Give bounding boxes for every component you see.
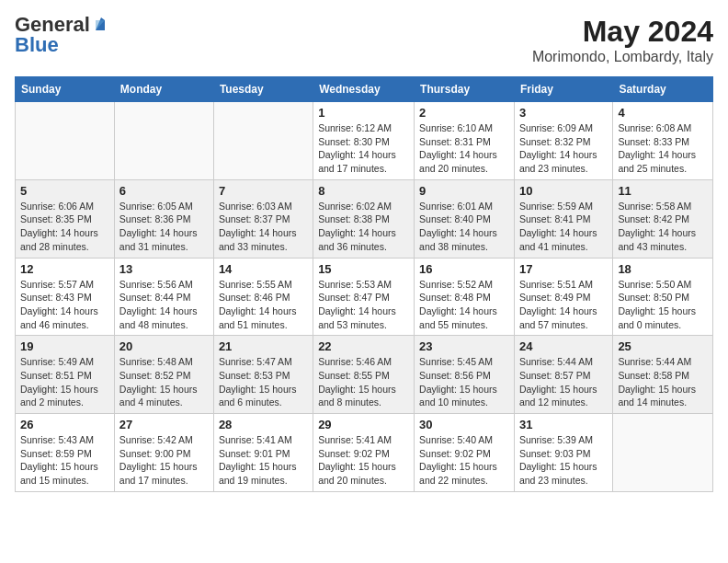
calendar-cell: 11Sunrise: 5:58 AM Sunset: 8:42 PM Dayli… (613, 179, 713, 258)
calendar-cell: 10Sunrise: 5:59 AM Sunset: 8:41 PM Dayli… (514, 179, 612, 258)
calendar-cell: 1Sunrise: 6:12 AM Sunset: 8:30 PM Daylig… (313, 102, 415, 180)
weekday-header-sunday: Sunday (16, 77, 115, 102)
logo-triangle-icon (92, 16, 108, 32)
calendar-cell: 21Sunrise: 5:47 AM Sunset: 8:53 PM Dayli… (213, 336, 313, 414)
calendar-cell: 8Sunrise: 6:02 AM Sunset: 8:38 PM Daylig… (313, 179, 415, 258)
logo: General Blue (15, 15, 108, 55)
calendar-cell: 7Sunrise: 6:03 AM Sunset: 8:37 PM Daylig… (213, 179, 313, 258)
calendar-cell: 12Sunrise: 5:57 AM Sunset: 8:43 PM Dayli… (16, 258, 115, 336)
day-info: Sunrise: 6:05 AM Sunset: 8:36 PM Dayligh… (119, 200, 209, 254)
calendar-cell: 20Sunrise: 5:48 AM Sunset: 8:52 PM Dayli… (114, 336, 213, 414)
day-info: Sunrise: 6:03 AM Sunset: 8:37 PM Dayligh… (219, 200, 308, 254)
day-number: 1 (318, 106, 409, 120)
day-info: Sunrise: 6:10 AM Sunset: 8:31 PM Dayligh… (419, 121, 509, 176)
logo-blue-text: Blue (15, 35, 59, 55)
calendar-cell: 30Sunrise: 5:40 AM Sunset: 9:02 PM Dayli… (415, 414, 515, 492)
day-number: 23 (419, 339, 509, 353)
calendar-cell: 15Sunrise: 5:53 AM Sunset: 8:47 PM Dayli… (313, 258, 415, 336)
day-info: Sunrise: 5:51 AM Sunset: 8:49 PM Dayligh… (519, 278, 608, 332)
day-info: Sunrise: 5:43 AM Sunset: 8:59 PM Dayligh… (20, 433, 109, 488)
calendar-cell: 28Sunrise: 5:41 AM Sunset: 9:01 PM Dayli… (213, 414, 313, 492)
day-info: Sunrise: 5:46 AM Sunset: 8:55 PM Dayligh… (318, 355, 409, 409)
calendar-row-3: 19Sunrise: 5:49 AM Sunset: 8:51 PM Dayli… (16, 336, 713, 414)
day-number: 5 (20, 184, 109, 198)
day-info: Sunrise: 5:53 AM Sunset: 8:47 PM Dayligh… (318, 278, 409, 332)
day-number: 17 (519, 262, 608, 276)
day-number: 27 (119, 418, 209, 431)
day-number: 21 (219, 339, 308, 353)
calendar-cell (613, 414, 713, 492)
calendar-cell: 4Sunrise: 6:08 AM Sunset: 8:33 PM Daylig… (613, 102, 713, 180)
day-number: 25 (618, 339, 708, 353)
day-number: 16 (419, 262, 509, 276)
calendar-cell: 14Sunrise: 5:55 AM Sunset: 8:46 PM Dayli… (213, 258, 313, 336)
day-number: 11 (618, 184, 708, 198)
day-number: 14 (219, 262, 308, 276)
day-number: 29 (318, 418, 409, 431)
calendar-cell: 26Sunrise: 5:43 AM Sunset: 8:59 PM Dayli… (16, 414, 115, 492)
day-number: 9 (419, 184, 509, 198)
day-info: Sunrise: 5:48 AM Sunset: 8:52 PM Dayligh… (119, 355, 209, 409)
day-info: Sunrise: 5:42 AM Sunset: 9:00 PM Dayligh… (119, 433, 209, 488)
calendar-cell: 25Sunrise: 5:44 AM Sunset: 8:58 PM Dayli… (613, 336, 713, 414)
logo-general-text: General (15, 15, 90, 35)
day-number: 13 (119, 262, 209, 276)
page-header: General Blue May 2024 Morimondo, Lombard… (15, 15, 713, 65)
day-number: 26 (20, 418, 109, 431)
day-info: Sunrise: 5:58 AM Sunset: 8:42 PM Dayligh… (618, 200, 708, 254)
weekday-header-friday: Friday (514, 77, 612, 102)
day-info: Sunrise: 5:57 AM Sunset: 8:43 PM Dayligh… (20, 278, 109, 332)
day-info: Sunrise: 5:44 AM Sunset: 8:58 PM Dayligh… (618, 355, 708, 409)
calendar-cell: 18Sunrise: 5:50 AM Sunset: 8:50 PM Dayli… (613, 258, 713, 336)
calendar-cell: 17Sunrise: 5:51 AM Sunset: 8:49 PM Dayli… (514, 258, 612, 336)
calendar-cell: 5Sunrise: 6:06 AM Sunset: 8:35 PM Daylig… (16, 179, 115, 258)
day-number: 10 (519, 184, 608, 198)
day-info: Sunrise: 5:41 AM Sunset: 9:01 PM Dayligh… (219, 433, 308, 488)
calendar-cell: 22Sunrise: 5:46 AM Sunset: 8:55 PM Dayli… (313, 336, 415, 414)
day-info: Sunrise: 5:52 AM Sunset: 8:48 PM Dayligh… (419, 278, 509, 332)
day-info: Sunrise: 6:02 AM Sunset: 8:38 PM Dayligh… (318, 200, 409, 254)
calendar-cell: 2Sunrise: 6:10 AM Sunset: 8:31 PM Daylig… (415, 102, 515, 180)
day-number: 31 (519, 418, 608, 431)
calendar-cell: 27Sunrise: 5:42 AM Sunset: 9:00 PM Dayli… (114, 414, 213, 492)
calendar-row-1: 5Sunrise: 6:06 AM Sunset: 8:35 PM Daylig… (16, 179, 713, 258)
day-info: Sunrise: 5:44 AM Sunset: 8:57 PM Dayligh… (519, 355, 608, 409)
calendar-cell: 9Sunrise: 6:01 AM Sunset: 8:40 PM Daylig… (415, 179, 515, 258)
weekday-header-monday: Monday (114, 77, 213, 102)
title-block: May 2024 Morimondo, Lombardy, Italy (532, 15, 713, 65)
day-number: 28 (219, 418, 308, 431)
calendar-table: SundayMondayTuesdayWednesdayThursdayFrid… (15, 76, 713, 492)
day-number: 24 (519, 339, 608, 353)
day-info: Sunrise: 6:01 AM Sunset: 8:40 PM Dayligh… (419, 200, 509, 254)
calendar-cell (213, 102, 313, 180)
day-number: 8 (318, 184, 409, 198)
weekday-header-tuesday: Tuesday (213, 77, 313, 102)
day-number: 12 (20, 262, 109, 276)
day-info: Sunrise: 6:06 AM Sunset: 8:35 PM Dayligh… (20, 200, 109, 254)
day-info: Sunrise: 5:40 AM Sunset: 9:02 PM Dayligh… (419, 433, 509, 488)
day-number: 15 (318, 262, 409, 276)
calendar-location: Morimondo, Lombardy, Italy (532, 49, 713, 65)
day-info: Sunrise: 5:49 AM Sunset: 8:51 PM Dayligh… (20, 355, 109, 409)
day-number: 20 (119, 339, 209, 353)
calendar-row-2: 12Sunrise: 5:57 AM Sunset: 8:43 PM Dayli… (16, 258, 713, 336)
calendar-cell: 13Sunrise: 5:56 AM Sunset: 8:44 PM Dayli… (114, 258, 213, 336)
calendar-cell (16, 102, 115, 180)
calendar-cell: 3Sunrise: 6:09 AM Sunset: 8:32 PM Daylig… (514, 102, 612, 180)
day-info: Sunrise: 5:55 AM Sunset: 8:46 PM Dayligh… (219, 278, 308, 332)
day-number: 22 (318, 339, 409, 353)
day-info: Sunrise: 5:45 AM Sunset: 8:56 PM Dayligh… (419, 355, 509, 409)
day-info: Sunrise: 5:50 AM Sunset: 8:50 PM Dayligh… (618, 278, 708, 332)
day-number: 4 (618, 106, 708, 120)
day-number: 6 (119, 184, 209, 198)
calendar-row-4: 26Sunrise: 5:43 AM Sunset: 8:59 PM Dayli… (16, 414, 713, 492)
calendar-cell: 24Sunrise: 5:44 AM Sunset: 8:57 PM Dayli… (514, 336, 612, 414)
weekday-header-thursday: Thursday (415, 77, 515, 102)
calendar-title: May 2024 (532, 15, 713, 49)
day-number: 2 (419, 106, 509, 120)
day-number: 3 (519, 106, 608, 120)
calendar-row-0: 1Sunrise: 6:12 AM Sunset: 8:30 PM Daylig… (16, 102, 713, 180)
calendar-cell: 31Sunrise: 5:39 AM Sunset: 9:03 PM Dayli… (514, 414, 612, 492)
calendar-cell: 29Sunrise: 5:41 AM Sunset: 9:02 PM Dayli… (313, 414, 415, 492)
day-info: Sunrise: 5:41 AM Sunset: 9:02 PM Dayligh… (318, 433, 409, 488)
